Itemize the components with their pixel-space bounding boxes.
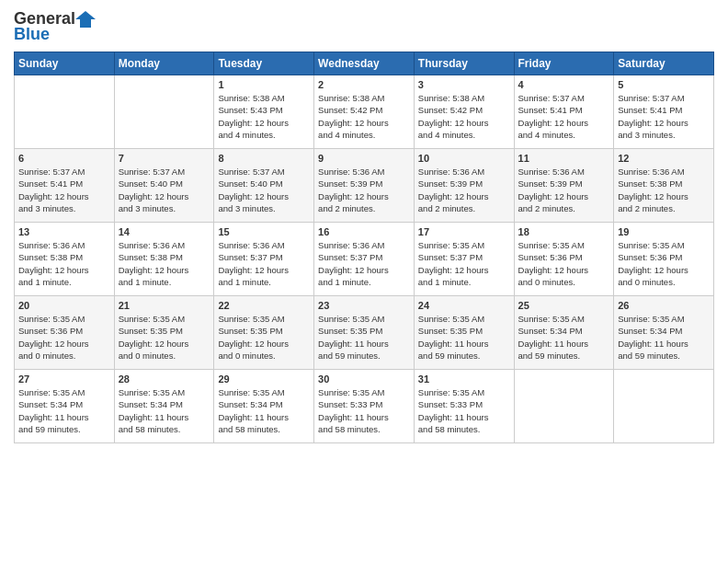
calendar-cell (15, 75, 115, 149)
calendar-cell: 27Sunrise: 5:35 AM Sunset: 5:34 PM Dayli… (15, 370, 115, 443)
calendar-cell: 12Sunrise: 5:36 AM Sunset: 5:38 PM Dayli… (614, 149, 714, 223)
calendar-cell: 7Sunrise: 5:37 AM Sunset: 5:40 PM Daylig… (114, 149, 214, 223)
day-number: 5 (618, 79, 710, 90)
weekday-header: Friday (514, 52, 614, 75)
day-info: Sunrise: 5:36 AM Sunset: 5:39 PM Dayligh… (518, 166, 610, 214)
weekday-header: Wednesday (314, 52, 415, 75)
day-info: Sunrise: 5:37 AM Sunset: 5:41 PM Dayligh… (18, 166, 110, 214)
calendar-cell: 30Sunrise: 5:35 AM Sunset: 5:33 PM Dayli… (314, 370, 415, 443)
calendar-cell: 2Sunrise: 5:38 AM Sunset: 5:42 PM Daylig… (314, 75, 415, 149)
calendar-cell (114, 75, 214, 149)
calendar-cell: 19Sunrise: 5:35 AM Sunset: 5:36 PM Dayli… (614, 223, 714, 296)
calendar-cell: 10Sunrise: 5:36 AM Sunset: 5:39 PM Dayli… (414, 149, 514, 223)
day-info: Sunrise: 5:35 AM Sunset: 5:37 PM Dayligh… (418, 239, 510, 288)
day-number: 19 (618, 226, 710, 237)
day-info: Sunrise: 5:36 AM Sunset: 5:37 PM Dayligh… (318, 239, 410, 288)
calendar-cell: 14Sunrise: 5:36 AM Sunset: 5:38 PM Dayli… (114, 223, 214, 296)
day-number: 3 (418, 79, 510, 90)
day-number: 17 (418, 226, 510, 237)
calendar-cell: 23Sunrise: 5:35 AM Sunset: 5:35 PM Dayli… (314, 296, 415, 370)
calendar-cell: 26Sunrise: 5:35 AM Sunset: 5:34 PM Dayli… (614, 296, 714, 370)
day-number: 10 (418, 153, 510, 164)
logo-blue-text: Blue (14, 25, 50, 44)
calendar-cell: 13Sunrise: 5:36 AM Sunset: 5:38 PM Dayli… (15, 223, 115, 296)
calendar-week-row: 6Sunrise: 5:37 AM Sunset: 5:41 PM Daylig… (15, 149, 714, 223)
day-number: 31 (418, 373, 510, 385)
day-info: Sunrise: 5:35 AM Sunset: 5:34 PM Dayligh… (618, 313, 710, 362)
day-info: Sunrise: 5:35 AM Sunset: 5:35 PM Dayligh… (119, 313, 210, 362)
day-info: Sunrise: 5:38 AM Sunset: 5:42 PM Dayligh… (318, 92, 410, 141)
calendar-week-row: 27Sunrise: 5:35 AM Sunset: 5:34 PM Dayli… (15, 370, 714, 443)
day-info: Sunrise: 5:35 AM Sunset: 5:35 PM Dayligh… (318, 313, 410, 362)
day-info: Sunrise: 5:35 AM Sunset: 5:36 PM Dayligh… (618, 239, 710, 288)
day-info: Sunrise: 5:36 AM Sunset: 5:38 PM Dayligh… (618, 166, 710, 214)
calendar-cell: 16Sunrise: 5:36 AM Sunset: 5:37 PM Dayli… (314, 223, 415, 296)
day-number: 16 (318, 226, 410, 237)
weekday-header: Thursday (414, 52, 514, 75)
calendar-week-row: 20Sunrise: 5:35 AM Sunset: 5:36 PM Dayli… (15, 296, 714, 370)
day-number: 18 (518, 226, 610, 237)
calendar-week-row: 1Sunrise: 5:38 AM Sunset: 5:43 PM Daylig… (15, 75, 714, 149)
day-number: 24 (418, 300, 510, 311)
calendar-cell: 20Sunrise: 5:35 AM Sunset: 5:36 PM Dayli… (15, 296, 115, 370)
day-info: Sunrise: 5:37 AM Sunset: 5:41 PM Dayligh… (518, 92, 610, 141)
day-info: Sunrise: 5:35 AM Sunset: 5:34 PM Dayligh… (518, 313, 610, 362)
day-info: Sunrise: 5:35 AM Sunset: 5:34 PM Dayligh… (18, 386, 110, 435)
day-info: Sunrise: 5:35 AM Sunset: 5:35 PM Dayligh… (418, 313, 510, 362)
calendar-table: SundayMondayTuesdayWednesdayThursdayFrid… (14, 52, 714, 443)
day-info: Sunrise: 5:35 AM Sunset: 5:36 PM Dayligh… (18, 313, 110, 362)
day-number: 4 (518, 79, 610, 90)
day-info: Sunrise: 5:37 AM Sunset: 5:40 PM Dayligh… (119, 166, 210, 214)
day-info: Sunrise: 5:35 AM Sunset: 5:34 PM Dayligh… (119, 386, 210, 435)
day-info: Sunrise: 5:35 AM Sunset: 5:34 PM Dayligh… (218, 386, 310, 435)
calendar-cell: 22Sunrise: 5:35 AM Sunset: 5:35 PM Dayli… (214, 296, 314, 370)
calendar-cell: 25Sunrise: 5:35 AM Sunset: 5:34 PM Dayli… (514, 296, 614, 370)
day-number: 6 (18, 153, 110, 164)
calendar-cell: 29Sunrise: 5:35 AM Sunset: 5:34 PM Dayli… (214, 370, 314, 443)
day-number: 22 (218, 300, 310, 311)
day-info: Sunrise: 5:35 AM Sunset: 5:33 PM Dayligh… (418, 386, 510, 435)
day-number: 14 (119, 226, 210, 237)
day-number: 29 (218, 373, 310, 385)
day-number: 20 (18, 300, 110, 311)
day-info: Sunrise: 5:35 AM Sunset: 5:35 PM Dayligh… (218, 313, 310, 362)
day-info: Sunrise: 5:38 AM Sunset: 5:43 PM Dayligh… (218, 92, 310, 141)
calendar-cell: 4Sunrise: 5:37 AM Sunset: 5:41 PM Daylig… (514, 75, 614, 149)
day-number: 11 (518, 153, 610, 164)
day-number: 15 (218, 226, 310, 237)
day-number: 13 (18, 226, 110, 237)
day-number: 21 (119, 300, 210, 311)
calendar-cell (514, 370, 614, 443)
header-row: SundayMondayTuesdayWednesdayThursdayFrid… (15, 52, 714, 75)
day-number: 25 (518, 300, 610, 311)
logo: General Blue (14, 9, 96, 44)
day-number: 1 (218, 79, 310, 90)
day-number: 27 (18, 373, 110, 385)
calendar-cell: 15Sunrise: 5:36 AM Sunset: 5:37 PM Dayli… (214, 223, 314, 296)
calendar-cell: 8Sunrise: 5:37 AM Sunset: 5:40 PM Daylig… (214, 149, 314, 223)
day-info: Sunrise: 5:36 AM Sunset: 5:38 PM Dayligh… (18, 239, 110, 288)
calendar-cell: 1Sunrise: 5:38 AM Sunset: 5:43 PM Daylig… (214, 75, 314, 149)
calendar-cell: 6Sunrise: 5:37 AM Sunset: 5:41 PM Daylig… (15, 149, 115, 223)
calendar-cell: 5Sunrise: 5:37 AM Sunset: 5:41 PM Daylig… (614, 75, 714, 149)
day-number: 30 (318, 373, 410, 385)
weekday-header: Saturday (614, 52, 714, 75)
day-number: 8 (218, 153, 310, 164)
day-number: 2 (318, 79, 410, 90)
day-number: 23 (318, 300, 410, 311)
calendar-cell: 21Sunrise: 5:35 AM Sunset: 5:35 PM Dayli… (114, 296, 214, 370)
calendar-cell (614, 370, 714, 443)
day-info: Sunrise: 5:36 AM Sunset: 5:38 PM Dayligh… (119, 239, 210, 288)
day-number: 12 (618, 153, 710, 164)
calendar-cell: 31Sunrise: 5:35 AM Sunset: 5:33 PM Dayli… (414, 370, 514, 443)
calendar-week-row: 13Sunrise: 5:36 AM Sunset: 5:38 PM Dayli… (15, 223, 714, 296)
day-number: 9 (318, 153, 410, 164)
calendar-cell: 28Sunrise: 5:35 AM Sunset: 5:34 PM Dayli… (114, 370, 214, 443)
calendar-cell: 11Sunrise: 5:36 AM Sunset: 5:39 PM Dayli… (514, 149, 614, 223)
page: General Blue SundayMondayTuesdayWednesda… (0, 0, 728, 563)
day-info: Sunrise: 5:36 AM Sunset: 5:39 PM Dayligh… (418, 166, 510, 214)
day-info: Sunrise: 5:36 AM Sunset: 5:37 PM Dayligh… (218, 239, 310, 288)
weekday-header: Sunday (15, 52, 115, 75)
calendar-cell: 3Sunrise: 5:38 AM Sunset: 5:42 PM Daylig… (414, 75, 514, 149)
day-number: 26 (618, 300, 710, 311)
